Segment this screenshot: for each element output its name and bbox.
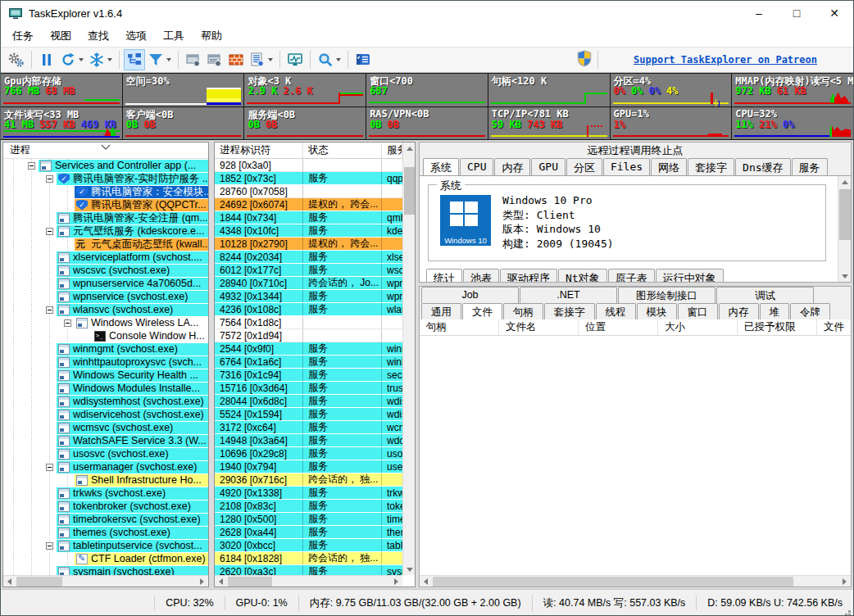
- files-column-header[interactable]: 文件名: [499, 319, 579, 335]
- process-table-row[interactable]: 1844 [0x734] 服务 qmb: [215, 211, 402, 224]
- menu-item[interactable]: 选项: [117, 25, 155, 47]
- scroll-left-icon[interactable]: [215, 576, 227, 587]
- scrollbar-thumb[interactable]: [228, 577, 272, 587]
- process-tree-row[interactable]: wdisystemhost (svchost.exe): [3, 395, 208, 408]
- graph-cell[interactable]: 服务端<0B 0B0B: [244, 107, 366, 140]
- process-table-row[interactable]: 3172 [0xc64] 服务 wcm: [215, 421, 402, 434]
- process-tree-row[interactable]: themes (svchost.exe): [3, 526, 208, 539]
- graph-cell[interactable]: 客户端<0B 0B0B: [123, 107, 244, 140]
- process-table-row[interactable]: 6764 [0x1a6c] 服务 winh: [215, 356, 402, 369]
- process-tree-row[interactable]: CTF Loader (ctfmon.exe): [3, 552, 208, 565]
- process-tree-row[interactable]: Windows Security Health ...: [3, 369, 208, 382]
- process-tree-row[interactable]: 腾讯电脑管家：安全模块...: [3, 185, 208, 198]
- pause-icon[interactable]: [36, 49, 57, 70]
- tab[interactable]: Nt对象: [558, 269, 607, 282]
- scroll-right-icon[interactable]: [196, 576, 208, 587]
- process-tree-row[interactable]: 元气壁纸服务 (kdeskcore.e...: [3, 224, 208, 238]
- files-column-header[interactable]: 位置: [579, 319, 658, 335]
- process-table-row[interactable]: 15716 [0x3d64] 服务 trus: [215, 382, 402, 395]
- process-table-row[interactable]: 28940 [0x710c] 跨会话的， Jo... wpn: [215, 277, 402, 290]
- process-tree-row[interactable]: 元气桌面动态壁纸 (kwall...: [3, 238, 208, 251]
- files-column-header[interactable]: 已授予权限: [738, 319, 817, 335]
- process-table-row[interactable]: 1280 [0x500] 服务 time: [215, 513, 402, 526]
- scroll-left-icon[interactable]: [3, 576, 16, 587]
- process-table-row[interactable]: 24692 [0x6074] 提权的， 跨会...: [215, 198, 402, 211]
- files-column-header[interactable]: 文件: [817, 319, 851, 335]
- process-tree-row[interactable]: Shell Infrastructure Ho...: [3, 473, 208, 487]
- graph-cell[interactable]: 窗口<700 687: [366, 74, 488, 106]
- graph-cell[interactable]: 对象<3 K 2.9 K2.6 K: [244, 74, 366, 106]
- process-tree-view-icon[interactable]: [124, 49, 145, 70]
- menu-item[interactable]: 帮助: [193, 25, 230, 47]
- process-tree-row[interactable]: usosvc (svchost.exe): [3, 447, 208, 460]
- scroll-up-icon[interactable]: [838, 176, 852, 188]
- scroll-down-icon[interactable]: [838, 270, 852, 282]
- graph-cell[interactable]: 空间=30%: [123, 74, 244, 106]
- tab[interactable]: GPU: [531, 158, 565, 175]
- process-table-row[interactable]: 2620 [0xa3c] 服务 sysm: [215, 565, 402, 575]
- process-table-row[interactable]: 1852 [0x73c] 服务 qqp: [215, 172, 402, 185]
- expander-icon[interactable]: [46, 228, 53, 235]
- tab[interactable]: 通用: [421, 303, 461, 319]
- process-tree-row[interactable]: WatchSAFE Service 3.3 (W...: [3, 434, 208, 447]
- tab[interactable]: 池表: [463, 269, 499, 282]
- maximize-button[interactable]: □: [778, 1, 815, 25]
- process-tree-row[interactable]: Services and Controller app (...: [3, 159, 208, 172]
- files-table-body[interactable]: [420, 336, 851, 575]
- process-table-row[interactable]: 28044 [0x6d8c] 服务 wdis: [215, 395, 402, 408]
- process-table-row[interactable]: 3020 [0xbcc] 服务 tabl: [215, 539, 402, 552]
- process-table-row[interactable]: 6184 [0x1828] 跨会话的， 独...: [215, 552, 402, 565]
- system-window-icon[interactable]: [183, 49, 204, 70]
- process-table-row[interactable]: 4236 [0x108c] 服务 wlan: [215, 303, 402, 316]
- tab[interactable]: 文件: [462, 303, 502, 319]
- process-tree-row[interactable]: 腾讯电脑管家 (QQPCTr...: [3, 198, 208, 211]
- process-table-row[interactable]: 7572 [0x1d94]: [215, 329, 402, 342]
- graph-cell[interactable]: 句柄<120 K: [488, 74, 610, 106]
- tab[interactable]: 原子表: [608, 269, 655, 282]
- process-tree-row[interactable]: winmgmt (svchost.exe): [3, 342, 208, 356]
- process-table-row[interactable]: 2108 [0x83c] 服务 toke: [215, 500, 402, 513]
- process-table-row[interactable]: 2544 [0x9f0] 服务 winm: [215, 342, 402, 356]
- tab[interactable]: 内存: [719, 303, 759, 319]
- process-tree-row[interactable]: wcmsvc (svchost.exe): [3, 421, 208, 434]
- search-icon[interactable]: [315, 49, 343, 70]
- process-table-row[interactable]: 5524 [0x1594] 服务 wdis: [215, 408, 402, 421]
- scroll-left-icon[interactable]: [420, 576, 432, 587]
- process-tree-row[interactable]: 腾讯电脑管家-实时防护服务 ...: [3, 172, 208, 185]
- tab[interactable]: 运行中对象: [656, 269, 724, 282]
- menu-item[interactable]: 任务: [4, 25, 42, 47]
- expander-icon[interactable]: [64, 319, 71, 327]
- tab[interactable]: 套接字: [688, 158, 734, 175]
- process-table-row[interactable]: 7564 [0x1d8c]: [215, 316, 402, 329]
- tab[interactable]: 图形绘制接口: [618, 287, 715, 303]
- graph-cell[interactable]: 分区=4% 0%0%0%4%: [611, 74, 732, 106]
- tab[interactable]: 窗口: [678, 303, 718, 319]
- expander-icon[interactable]: [28, 162, 35, 170]
- process-table-row[interactable]: 6012 [0x177c] 服务 wsc: [215, 264, 402, 277]
- details-horizontal-scrollbar[interactable]: [420, 575, 851, 587]
- tab[interactable]: 统计: [426, 269, 462, 282]
- process-tree-row[interactable]: winhttpautoproxysvc (svch...: [3, 356, 208, 369]
- tab[interactable]: 服务: [792, 158, 828, 175]
- expander-icon[interactable]: [46, 542, 53, 550]
- scrollbar-thumb[interactable]: [16, 577, 62, 587]
- tree-horizontal-scrollbar[interactable]: [3, 575, 208, 587]
- process-tree-row[interactable]: usermanager (svchost.exe): [3, 460, 208, 473]
- column-header-service[interactable]: 服务: [382, 143, 402, 158]
- graph-cell[interactable]: MMAP(内存映射)读写<5 MB 972 KB61 KB: [732, 74, 853, 106]
- log-document-icon[interactable]: [247, 49, 275, 70]
- settings-gears-icon[interactable]: [6, 49, 27, 70]
- process-tree-row[interactable]: tabletinputservice (svchost...: [3, 539, 208, 552]
- process-tree-row[interactable]: wdiservicehost (svchost.exe): [3, 408, 208, 421]
- tab[interactable]: 模块: [637, 303, 677, 319]
- process-tree-row[interactable]: xlserviceplatform (svchost....: [3, 251, 208, 264]
- scroll-right-icon[interactable]: [838, 576, 851, 587]
- process-tree-row[interactable]: Console Window H...: [3, 329, 208, 342]
- scroll-down-icon[interactable]: [403, 564, 416, 575]
- process-table-row[interactable]: 928 [0x3a0]: [215, 159, 402, 172]
- menu-item[interactable]: 视图: [42, 25, 79, 47]
- system-monitor-icon[interactable]: [284, 49, 306, 70]
- tab[interactable]: 内存: [494, 158, 530, 175]
- tab[interactable]: 句柄: [503, 303, 543, 319]
- process-tree-row[interactable]: Windows Wireless LA...: [3, 316, 208, 329]
